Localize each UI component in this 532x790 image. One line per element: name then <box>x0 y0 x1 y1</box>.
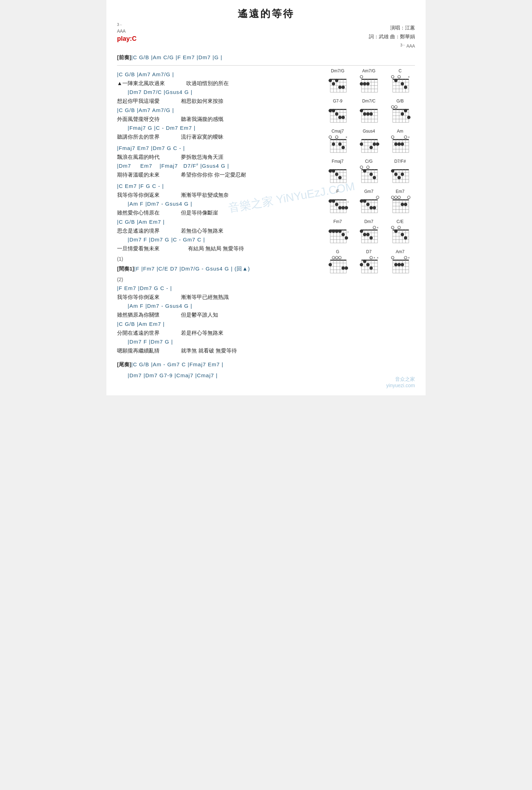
svg-point-206 <box>345 206 348 209</box>
svg-point-255 <box>335 229 338 233</box>
page-container: 遙遠的等待 3⌒ AAA play:C 演唱：江蕙 詞：武雄 曲：鄭華娟 3⌒ … <box>106 0 426 395</box>
interlude1-row: [間奏1] |F |Fm7 |C/E D7 |Dm7/G - Gsus4 G |… <box>117 264 316 274</box>
verse1-chord4: |Fmaj7 G |C - Dm7 Em7 | <box>128 124 316 132</box>
svg-point-342 <box>391 256 394 259</box>
svg-point-12 <box>335 79 338 82</box>
svg-text:×: × <box>345 135 347 139</box>
ending-section: [尾奏] |C G/B |Am - Gm7 C |Fmaj7 Em7 | |Dm… <box>117 360 316 379</box>
svg-point-43 <box>401 82 404 85</box>
svg-point-76 <box>363 112 366 116</box>
svg-point-220 <box>363 199 366 202</box>
svg-point-77 <box>366 112 370 116</box>
svg-point-272 <box>363 233 366 236</box>
svg-text:1fr: 1fr <box>348 230 349 234</box>
svg-point-75 <box>360 109 363 112</box>
svg-point-11 <box>328 79 332 82</box>
chord-diagram-F: F 1fr <box>323 189 353 214</box>
svg-point-203 <box>335 203 338 206</box>
chorus-chord4: |Dm7 F |Dm7 G |C - Gm7 C | <box>128 236 316 243</box>
verse2-lyric2: 期待著溫暖的未來 希望你你你你 你一定愛忍耐 <box>117 169 316 180</box>
svg-point-46 <box>398 76 401 78</box>
svg-point-240 <box>398 196 401 199</box>
chord-diagram-D7F: D7/F# <box>385 159 415 184</box>
svg-point-27 <box>360 82 363 85</box>
part2-label: (2) <box>117 277 316 282</box>
svg-text:1fr: 1fr <box>348 200 349 204</box>
chord-diagrams-panel: Dm7/G Am7/G C × G7-9 Dm7/C G/B Cmaj7 × G… <box>323 68 415 381</box>
svg-point-273 <box>366 233 370 236</box>
svg-point-63 <box>342 116 345 119</box>
svg-point-289 <box>401 233 404 236</box>
svg-point-106 <box>332 143 335 146</box>
svg-point-241 <box>408 196 410 199</box>
svg-point-325 <box>370 256 373 259</box>
verse2-part-block: |F Em7 |Dm7 G C - | 我等你等你倒返來 漸漸等甲已經無熟識 |… <box>117 284 316 356</box>
svg-text:×: × <box>377 256 378 260</box>
verse2-block: |Fmaj7 Em7 |Dm7 G C - | 飄浪在風霜的時代 夢拆散恁海角天… <box>117 144 316 180</box>
svg-point-107 <box>338 143 342 146</box>
svg-point-239 <box>394 196 397 199</box>
chord-diagram-Am: Am × <box>385 129 415 154</box>
svg-point-292 <box>398 226 401 229</box>
svg-rect-175 <box>393 169 409 170</box>
svg-point-138 <box>394 143 398 146</box>
verse1-lyric2: 想起你甲我這場愛 相思欲如何來按捺 <box>117 96 316 106</box>
svg-point-141 <box>391 136 394 139</box>
svg-point-202 <box>332 199 335 202</box>
svg-point-61 <box>335 112 338 116</box>
svg-rect-112 <box>361 139 378 140</box>
svg-point-139 <box>398 143 401 146</box>
svg-rect-95 <box>330 139 347 140</box>
chord-diagram-Gm7: Gm7 <box>354 189 384 214</box>
verse1-chord1: |C G/B |Am7 Am7/G | <box>117 71 316 78</box>
svg-point-321 <box>363 260 366 263</box>
svg-point-108 <box>342 146 345 149</box>
svg-point-306 <box>345 266 348 269</box>
svg-text:×: × <box>408 256 410 260</box>
chorus-lyric2: 雖然愛你心情原在 但是等待像斷崖 <box>117 207 316 218</box>
svg-point-140 <box>401 143 404 146</box>
chord-diagram-Dm7G: Dm7/G <box>323 68 353 94</box>
svg-point-125 <box>376 143 379 146</box>
svg-point-341 <box>401 263 404 266</box>
verse1-chord3: |C G/B |Am7 Am7/G | <box>117 106 316 114</box>
chord-diagram-Am7G: Am7/G <box>354 68 384 94</box>
svg-point-124 <box>373 143 376 146</box>
svg-point-291 <box>391 226 394 229</box>
svg-point-305 <box>342 266 345 269</box>
svg-point-308 <box>336 256 338 259</box>
svg-point-30 <box>360 76 363 78</box>
v2p-lyric1: 我等你等你倒返來 漸漸等甲已經無熟識 <box>117 292 316 302</box>
svg-point-340 <box>398 263 401 266</box>
chorus-chord2: |Am F |Dm7 - Gsus4 G | <box>128 200 316 207</box>
top-area: 3⌒ AAA play:C 演唱：江蕙 詞：武雄 曲：鄭華娟 3⌒ AAA <box>117 23 415 50</box>
svg-point-275 <box>373 226 376 229</box>
prelude-label: [前奏] <box>117 53 131 62</box>
chord-diagram-G: G <box>323 249 353 274</box>
svg-rect-328 <box>393 260 409 261</box>
svg-text:×: × <box>408 75 410 79</box>
svg-point-90 <box>404 109 407 112</box>
top-right: 演唱：江蕙 詞：武雄 曲：鄭華娟 3⌒ AAA <box>369 23 415 50</box>
chord-diagram-CG: C/G <box>354 159 384 184</box>
chord-diagram-Cmaj7: Cmaj7 × <box>323 129 353 154</box>
svg-point-307 <box>332 256 335 259</box>
svg-point-188 <box>401 173 404 176</box>
play-key: play:C <box>117 35 137 43</box>
v2p-lyric2: 雖然猶原為你關懷 但是鬱卒誰人知 <box>117 310 316 320</box>
svg-point-110 <box>336 136 338 139</box>
svg-text:×: × <box>373 256 375 260</box>
watermark2: 音众之家yinyuezi.com <box>386 376 415 388</box>
svg-point-205 <box>342 206 345 209</box>
svg-rect-127 <box>393 139 409 140</box>
svg-point-258 <box>345 236 348 239</box>
verse1-block: |C G/B |Am7 Am7/G | ▲一陣東北風吹過來 吹過咱惜別的所在 |… <box>117 71 316 142</box>
aaa-notation-top: 3⌒ AAA <box>117 23 137 34</box>
svg-point-93 <box>391 106 394 109</box>
svg-point-29 <box>366 82 370 85</box>
svg-point-94 <box>394 106 397 109</box>
prelude-chords: |C G/B |Am C/G |F Em7 |Dm7 |G | <box>131 52 222 62</box>
svg-point-254 <box>332 229 335 233</box>
svg-point-339 <box>394 263 398 266</box>
svg-point-172 <box>373 176 376 179</box>
